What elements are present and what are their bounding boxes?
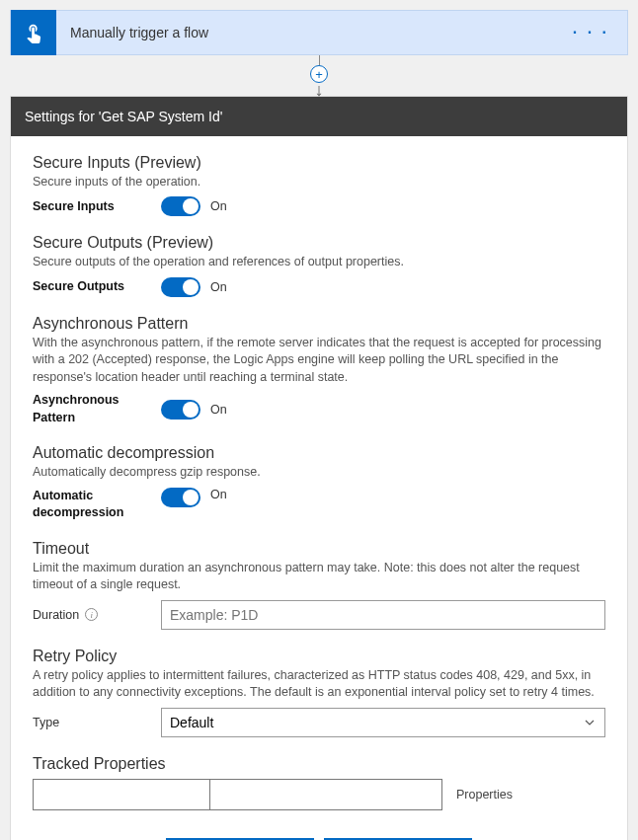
trigger-icon-box bbox=[11, 10, 56, 55]
secure-inputs-label: Secure Inputs bbox=[33, 198, 161, 216]
connector-top: + ↓ bbox=[10, 55, 628, 96]
info-icon[interactable]: i bbox=[85, 608, 98, 621]
secure-inputs-title: Secure Inputs (Preview) bbox=[33, 154, 605, 172]
auto-decomp-desc: Automatically decompress gzip response. bbox=[33, 464, 605, 482]
timeout-title: Timeout bbox=[33, 540, 605, 558]
tracked-trailing-label: Properties bbox=[456, 788, 513, 802]
retry-desc: A retry policy applies to intermittent f… bbox=[33, 667, 605, 702]
async-pattern-label: Asynchronous Pattern bbox=[33, 392, 161, 426]
async-pattern-toggle[interactable] bbox=[161, 400, 200, 420]
settings-header: Settings for 'Get SAP System Id' bbox=[11, 97, 627, 136]
section-retry-policy: Retry Policy A retry policy applies to i… bbox=[33, 648, 605, 737]
secure-outputs-title: Secure Outputs (Preview) bbox=[33, 234, 605, 252]
tracked-key-input[interactable] bbox=[33, 779, 210, 810]
trigger-card[interactable]: Manually trigger a flow · · · bbox=[10, 10, 628, 55]
async-pattern-title: Asynchronous Pattern bbox=[33, 315, 605, 333]
settings-panel: Settings for 'Get SAP System Id' Secure … bbox=[10, 96, 628, 840]
section-auto-decomp: Automatic decompression Automatically de… bbox=[33, 444, 605, 522]
touch-icon bbox=[23, 22, 44, 43]
section-timeout: Timeout Limit the maximum duration an as… bbox=[33, 540, 605, 630]
secure-outputs-state: On bbox=[210, 280, 227, 294]
section-secure-inputs: Secure Inputs (Preview) Secure inputs of… bbox=[33, 154, 605, 217]
async-pattern-desc: With the asynchronous pattern, if the re… bbox=[33, 335, 605, 387]
secure-inputs-toggle[interactable] bbox=[161, 196, 200, 216]
retry-type-label: Type bbox=[33, 716, 161, 729]
auto-decomp-label: Automatic decompression bbox=[33, 488, 161, 522]
settings-body: Secure Inputs (Preview) Secure inputs of… bbox=[11, 136, 627, 840]
retry-type-select[interactable]: Default bbox=[161, 708, 605, 737]
section-tracked-properties: Tracked Properties Properties bbox=[33, 755, 605, 810]
duration-input[interactable] bbox=[161, 600, 605, 630]
secure-outputs-toggle[interactable] bbox=[161, 277, 200, 297]
async-pattern-state: On bbox=[210, 403, 227, 417]
trigger-label: Manually trigger a flow bbox=[70, 25, 208, 40]
secure-outputs-label: Secure Outputs bbox=[33, 278, 161, 296]
auto-decomp-state: On bbox=[210, 488, 227, 501]
arrow-down-icon: ↓ bbox=[315, 85, 324, 96]
tracked-value-input[interactable] bbox=[210, 779, 442, 810]
auto-decomp-title: Automatic decompression bbox=[33, 444, 605, 462]
retry-title: Retry Policy bbox=[33, 648, 605, 665]
secure-inputs-desc: Secure inputs of the operation. bbox=[33, 174, 605, 191]
section-secure-outputs: Secure Outputs (Preview) Secure outputs … bbox=[33, 234, 605, 297]
timeout-desc: Limit the maximum duration an asynchrono… bbox=[33, 560, 605, 594]
more-options-icon[interactable]: · · · bbox=[573, 24, 609, 41]
tracked-title: Tracked Properties bbox=[33, 755, 605, 773]
timeout-label: Duration i bbox=[33, 608, 161, 622]
secure-outputs-desc: Secure outputs of the operation and refe… bbox=[33, 254, 605, 271]
secure-inputs-state: On bbox=[210, 199, 227, 213]
section-async-pattern: Asynchronous Pattern With the asynchrono… bbox=[33, 315, 605, 427]
auto-decomp-toggle[interactable] bbox=[161, 488, 200, 507]
